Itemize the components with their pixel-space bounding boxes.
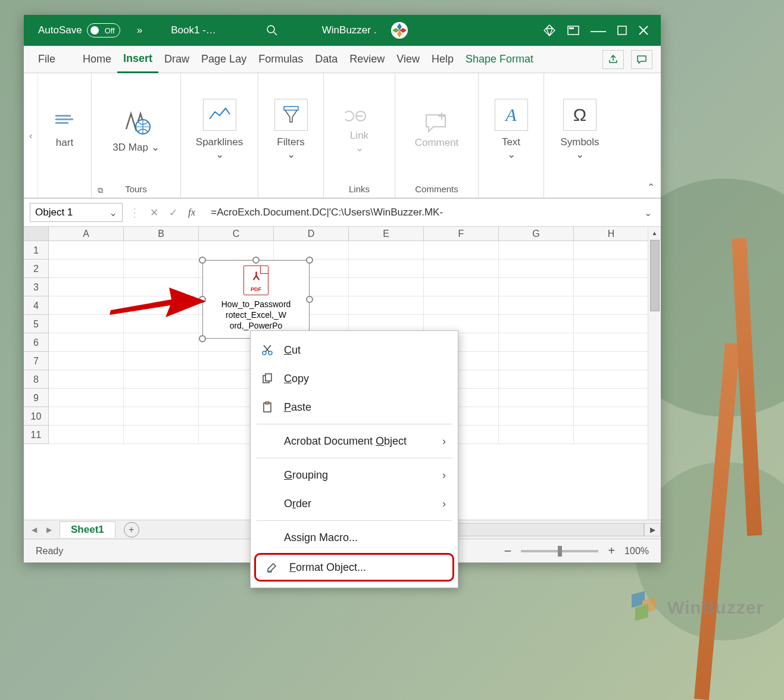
chevron-down-icon[interactable]: ⌄ <box>109 207 117 219</box>
tab-home[interactable]: Home <box>77 46 117 73</box>
add-sheet-button[interactable]: + <box>124 522 139 538</box>
tab-review[interactable]: Review <box>343 46 391 73</box>
comments-button[interactable] <box>631 50 652 69</box>
tab-data[interactable]: Data <box>309 46 343 73</box>
resize-handle[interactable] <box>199 335 206 342</box>
zoom-in-button[interactable]: + <box>608 544 615 558</box>
cancel-formula-icon[interactable]: ✕ <box>150 207 158 219</box>
autosave-toggle[interactable]: AutoSave Off <box>38 23 120 38</box>
tab-insert[interactable]: Insert <box>117 46 158 73</box>
more-icon[interactable]: ⋮ <box>129 205 140 220</box>
svg-rect-5 <box>618 26 626 35</box>
scroll-thumb[interactable] <box>650 240 660 311</box>
share-button[interactable] <box>602 50 624 69</box>
ctx-paste[interactable]: Paste <box>251 393 458 421</box>
hscroll-right[interactable]: ▶ <box>644 523 661 536</box>
row-4[interactable]: 4 <box>24 296 49 315</box>
tab-view[interactable]: View <box>391 46 426 73</box>
row-11[interactable]: 11 <box>24 426 49 444</box>
account-name[interactable]: WinBuzzer . <box>316 24 383 36</box>
resize-handle[interactable] <box>306 296 313 303</box>
tab-page-layout[interactable]: Page Lay <box>195 46 252 73</box>
symbols-button[interactable]: Ω Symbols⌄ <box>554 95 605 165</box>
account-avatar[interactable] <box>382 15 417 46</box>
row-8[interactable]: 8 <box>24 370 49 389</box>
resize-handle[interactable] <box>306 257 313 264</box>
tab-help[interactable]: Help <box>426 46 460 73</box>
ctx-assign-macro[interactable]: Assign Macro... <box>251 523 458 552</box>
ctx-format-object[interactable]: Format Object... <box>254 553 454 582</box>
search-button[interactable] <box>258 15 286 46</box>
3d-map-button[interactable]: 3D Map ⌄ <box>107 102 165 157</box>
sparkline-icon <box>208 106 232 124</box>
ctx-copy[interactable]: Copy <box>251 364 458 393</box>
row-7[interactable]: 7 <box>24 352 49 370</box>
row-3[interactable]: 3 <box>24 278 49 296</box>
autosave-switch[interactable]: Off <box>87 23 120 38</box>
select-all-cell[interactable] <box>24 227 49 240</box>
col-e[interactable]: E <box>349 227 424 240</box>
pdf-file-icon: ⅄ PDF <box>243 265 268 295</box>
col-d[interactable]: D <box>274 227 349 240</box>
zoom-out-button[interactable]: − <box>504 543 512 559</box>
row-5[interactable]: 5 <box>24 315 49 333</box>
zoom-slider[interactable] <box>521 550 598 552</box>
col-c[interactable]: C <box>199 227 274 240</box>
scissors-icon <box>260 344 274 356</box>
svg-rect-10 <box>284 107 298 110</box>
sheet-nav[interactable]: ◀▶ <box>24 526 60 534</box>
qat-overflow[interactable]: » <box>129 15 151 46</box>
col-b[interactable]: B <box>124 227 199 240</box>
collapse-ribbon-icon[interactable]: ⌃ <box>647 182 655 193</box>
zoom-thumb[interactable] <box>558 546 562 557</box>
col-h[interactable]: H <box>574 227 649 240</box>
formula-input[interactable]: =AcroExch.Document.DC|'C:\Users\WinBuzze… <box>205 207 638 218</box>
ctx-acrobat-object[interactable]: Acrobat Document Object › <box>251 427 458 455</box>
text-button[interactable]: A Text⌄ <box>489 95 534 165</box>
svg-point-0 <box>267 26 274 33</box>
tab-file[interactable]: File <box>32 46 61 73</box>
winbuzzer-logo-icon <box>626 593 661 623</box>
row-1[interactable]: 1 <box>24 241 49 260</box>
fx-label[interactable]: fx <box>188 207 195 218</box>
tab-formulas[interactable]: Formulas <box>252 46 309 73</box>
zoom-level[interactable]: 100% <box>624 546 649 557</box>
ctx-order[interactable]: Order › <box>251 489 458 518</box>
col-a[interactable]: A <box>49 227 124 240</box>
filters-button[interactable]: Filters⌄ <box>268 95 314 165</box>
embedded-pdf-object[interactable]: ⅄ PDF How_to_Password rotect_Excel,_W or… <box>202 260 310 339</box>
resize-handle[interactable] <box>252 257 260 264</box>
ribbon-launcher-icon[interactable]: ⧉ <box>98 186 103 195</box>
expand-formulabar-icon[interactable]: ⌄ <box>644 207 655 218</box>
ctx-grouping[interactable]: Grouping › <box>251 461 458 489</box>
maximize-button[interactable] <box>617 25 627 36</box>
name-box[interactable]: Object 1 ⌄ <box>30 203 123 222</box>
tab-draw[interactable]: Draw <box>158 46 195 73</box>
col-f[interactable]: F <box>424 227 499 240</box>
row-10[interactable]: 10 <box>24 407 49 426</box>
row-6[interactable]: 6 <box>24 333 49 352</box>
resize-handle[interactable] <box>199 257 206 264</box>
context-menu: Cut Copy Paste Acrobat Document Object ›… <box>250 330 458 588</box>
close-button[interactable] <box>638 25 649 36</box>
group-label-comments: Comments <box>415 182 458 195</box>
enter-formula-icon[interactable]: ✓ <box>169 207 177 219</box>
row-2[interactable]: 2 <box>24 260 49 278</box>
ribbon-nav-left[interactable]: ‹ <box>24 73 38 198</box>
ribbon-display-icon[interactable] <box>567 24 580 37</box>
watermark-text: WinBuzzer <box>667 598 764 618</box>
sheet-tab-1[interactable]: Sheet1 <box>60 521 115 538</box>
chart-icon <box>53 110 77 134</box>
toggle-knob <box>90 26 99 35</box>
tab-shape-format[interactable]: Shape Format <box>460 46 539 73</box>
chart-partial-button[interactable]: hart <box>47 107 83 152</box>
scroll-up-icon[interactable]: ▲ <box>648 227 661 239</box>
ctx-cut[interactable]: Cut <box>251 336 458 364</box>
vertical-scrollbar[interactable]: ▲ <box>648 227 661 520</box>
row-9[interactable]: 9 <box>24 389 49 407</box>
sparklines-button[interactable]: Sparklines⌄ <box>190 95 249 165</box>
ribbon: ‹ hart 3D Map ⌄ Tours Sparklines⌄ Filter… <box>24 73 661 198</box>
col-g[interactable]: G <box>499 227 574 240</box>
separator <box>257 520 452 521</box>
diamond-icon[interactable] <box>543 24 556 37</box>
